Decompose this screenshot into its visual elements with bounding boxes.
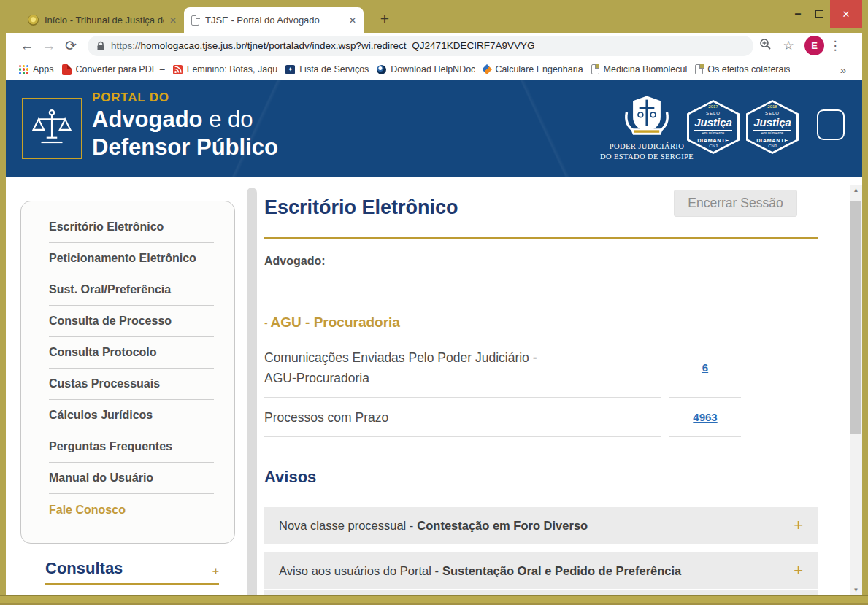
bookmark-feminino[interactable]: Feminino: Botas, Jaqu [173,64,277,74]
brand-eyebrow: PORTAL DO [92,90,278,106]
sidebar-item-consulta-de-processo[interactable]: Consulta de Processo [49,306,214,337]
logo-box [22,98,82,159]
bookmark-apps[interactable]: Apps [19,64,54,74]
processos-prazo-count-link[interactable]: 4963 [693,411,717,423]
tjse-favicon-icon [28,15,39,26]
zoom-icon[interactable] [753,37,777,54]
sidebar-item-sust-oral-preferencia[interactable]: Sust. Oral/Preferência [49,274,214,306]
tjse-crest: PODER JUDICIÁRIO DO ESTADO DE SERGIPE [603,93,691,162]
profile-avatar[interactable]: E [804,36,824,55]
tab-title: TJSE - Portal do Advogado [205,15,343,26]
selo-justica-badge-2018: 2018 SELO Justiça em números DIAMANTE CN… [746,100,799,154]
bookmark-medicina[interactable]: Medicina Biomolecul [591,64,688,74]
browser-menu-icon[interactable]: ⋮ [824,38,846,53]
row-label: Comunicações Enviadas Pelo Poder Judiciá… [264,338,661,398]
expand-plus-icon[interactable]: + [794,561,803,580]
feed-icon [173,65,183,74]
reload-icon[interactable]: ⟳ [60,37,82,54]
bookmark-star-icon[interactable]: ☆ [777,38,800,53]
aviso-row-sustentacao-oral[interactable]: Aviso aos usuários do Portal - Sustentaç… [264,552,818,589]
page-title: Escritório Eletrônico [264,196,458,219]
close-button[interactable]: ✕ [830,0,862,28]
selo-justica-badge-2017: 2017 SELO Justiça em números DIAMANTE CN… [687,100,740,154]
brand-title: PORTAL DO Advogado e do Defensor Público [92,90,278,161]
summary-table: Comunicações Enviadas Pelo Poder Judiciá… [264,338,741,437]
scales-icon [31,107,73,150]
browser-toolbar: ← → ⟳ https://homologacao.tjse.jus.br/tj… [6,33,862,58]
sidebar-item-manual-do-usuario[interactable]: Manual do Usuário [49,463,214,494]
comunicacoes-count-link[interactable]: 6 [702,361,708,374]
site-header: PORTAL DO Advogado e do Defensor Público… [6,80,862,177]
scroll-up-icon[interactable]: ▲ [850,185,862,195]
sidebar-item-perguntas-frequentes[interactable]: Perguntas Frequentes [49,431,214,463]
window-border-right [862,0,868,605]
sidebar-scrollbar[interactable] [247,188,257,595]
tab-close-icon[interactable]: ✕ [169,15,177,26]
aviso-bold: Sustentação Oral e Pedido de Preferência [442,564,681,578]
window-border-bottom [0,595,868,605]
gold-divider [264,237,818,239]
sidebar-item-consulta-protocolo[interactable]: Consulta Protocolo [49,337,214,369]
url-input[interactable]: https://homologacao.tjse.jus.br/tjnet/po… [88,36,753,56]
apps-grid-icon [19,65,28,74]
bookmark-calculare[interactable]: Calculare Engenharia [483,64,583,74]
orb-icon [377,65,386,74]
row-value: 4963 [669,398,741,437]
new-tab-button[interactable]: + [374,8,396,30]
expand-plus-icon[interactable]: + [212,565,219,578]
consultas-label: Consultas [45,559,123,578]
scroll-down-icon[interactable]: ▼ [850,585,862,595]
sidebar-item-fale-conosco[interactable]: Fale Conosco [49,494,214,525]
bookmark-lista-servicos[interactable]: ✦ Lista de Serviços [285,64,369,74]
sidebar-item-escritorio-eletronico[interactable]: Escritório Eletrônico [49,212,214,243]
crest-icon [615,93,678,139]
agu-procuradoria-section: - AGU - Procuradoria [264,315,400,331]
bookmark-helpndoc[interactable]: Download HelpNDoc [377,64,475,74]
page-icon [591,64,599,74]
tab-inicio[interactable]: Início - Tribunal de Justiça do Est ✕ [20,7,184,33]
maximize-button[interactable] [808,0,830,28]
brand-line1: Advogado e do [92,106,278,134]
bookmark-os-efeitos[interactable]: Os efeitos colaterais [695,64,790,74]
padlock-icon [96,41,105,51]
services-icon: ✦ [285,65,295,74]
tab-close-icon[interactable]: ✕ [349,15,356,26]
back-icon[interactable]: ← [16,38,38,54]
forward-icon[interactable]: → [38,38,60,54]
content-scrollbar[interactable]: ▲ ▼ [850,185,862,595]
aviso-row-nova-classe[interactable]: Nova classe processual - Contestação em … [264,507,818,544]
tab-title: Início - Tribunal de Justiça do Est [45,15,164,26]
magnifier-plus-icon [758,37,772,50]
page-content: Escritório Eletrônico Peticionamento Ele… [6,177,862,595]
brand-line2: Defensor Público [92,134,278,161]
pdf-icon [62,64,72,75]
row-value: 6 [669,338,741,398]
consultas-section-header[interactable]: Consultas + [45,559,219,585]
table-row: Processos com Prazo 4963 [264,398,741,437]
main-panel: Escritório Eletrônico Encerrar Sessão Ad… [264,177,818,595]
tab-portal-advogado[interactable]: TJSE - Portal do Advogado ✕ [184,7,364,33]
encerrar-sessao-button[interactable]: Encerrar Sessão [674,190,797,217]
crest-caption: PODER JUDICIÁRIO DO ESTADO DE SERGIPE [600,142,694,162]
titlebar: Início - Tribunal de Justiça do Est ✕ TJ… [0,0,868,33]
advogado-label: Advogado: [264,255,326,268]
sidebar-item-calculos-juridicos[interactable]: Cálculos Jurídicos [49,400,214,431]
maximize-icon [815,10,823,18]
page-icon [695,64,703,74]
window-border-left [0,0,6,605]
scrollbar-thumb[interactable] [850,201,861,434]
bookmark-converter-pdf[interactable]: Converter para PDF – [62,64,165,75]
header-menu-button[interactable] [817,109,845,140]
bookmarks-bar: Apps Converter para PDF – Feminino: Bota… [6,58,862,80]
expand-plus-icon[interactable]: + [794,516,803,535]
aviso-prefix: Aviso aos usuários do Portal - [279,564,439,578]
url-text: https://homologacao.tjse.jus.br/tjnet/po… [111,40,534,51]
minimize-button[interactable]: – [787,0,809,28]
row-label: Processos com Prazo [264,398,661,437]
aviso-prefix: Nova classe processual - [279,519,413,533]
table-row: Comunicações Enviadas Pelo Poder Judiciá… [264,338,741,398]
sidebar-item-peticionamento-eletronico[interactable]: Peticionamento Eletrônico [49,243,214,274]
bookmarks-overflow-icon[interactable]: » [840,63,846,76]
avisos-title: Avisos [264,468,316,487]
sidebar-item-custas-processuais[interactable]: Custas Processuais [49,369,214,400]
